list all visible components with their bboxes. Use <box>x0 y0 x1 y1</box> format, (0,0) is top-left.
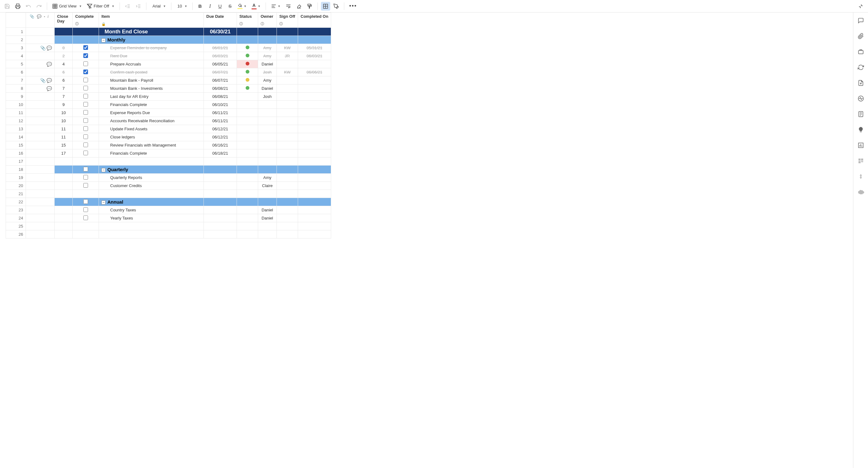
completed-cell[interactable] <box>298 214 331 222</box>
item-cell[interactable]: Last day for AR Entry <box>99 93 204 101</box>
connectors-button[interactable] <box>857 157 865 165</box>
attachment-icon[interactable]: 📎 <box>40 78 45 83</box>
item-cell[interactable]: Mountain Bank - Payroll <box>99 76 204 85</box>
signoff-cell[interactable]: KW <box>277 44 298 52</box>
owner-cell[interactable] <box>258 141 277 149</box>
close-day-cell[interactable] <box>55 182 73 190</box>
close-day-cell[interactable]: 17 <box>55 149 73 158</box>
signoff-cell[interactable] <box>277 141 298 149</box>
close-day-cell[interactable]: 7 <box>55 93 73 101</box>
save-button[interactable] <box>2 2 12 10</box>
complete-checkbox[interactable] <box>83 102 88 107</box>
completed-cell[interactable] <box>298 93 331 101</box>
owner-cell[interactable]: Daniel <box>258 60 277 68</box>
header-completed-on[interactable]: Completed On <box>298 13 331 28</box>
due-cell[interactable] <box>204 182 237 190</box>
status-cell[interactable] <box>237 133 258 141</box>
status-cell[interactable] <box>237 141 258 149</box>
format-painter-button[interactable] <box>305 2 314 10</box>
status-cell[interactable] <box>237 52 258 60</box>
table-row[interactable]: 7📎💬6Mountain Bank - Payroll06/07/21Amy <box>6 76 331 85</box>
header-owner[interactable]: Ownerⓘ <box>258 13 277 28</box>
table-row[interactable]: 1411Close ledgers06/12/21 <box>6 133 331 141</box>
collapse-button[interactable] <box>856 2 866 10</box>
header-item[interactable]: Item🔒 <box>99 13 204 28</box>
indent-button[interactable] <box>133 2 143 10</box>
complete-checkbox[interactable] <box>83 207 88 212</box>
signoff-cell[interactable] <box>277 117 298 125</box>
status-cell[interactable] <box>237 206 258 214</box>
update-requests-button[interactable] <box>857 63 865 72</box>
table-row[interactable]: 5💬4Prepare Accruals06/05/21Daniel <box>6 60 331 68</box>
comment-icon[interactable]: 💬 <box>46 45 52 51</box>
close-day-cell[interactable] <box>55 174 73 182</box>
strike-button[interactable]: S <box>226 2 235 10</box>
complete-checkbox[interactable] <box>83 45 88 50</box>
item-cell[interactable]: Financials Complete <box>99 149 204 158</box>
table-row[interactable]: 19Quarterly ReportsAmy <box>6 174 331 182</box>
due-cell[interactable]: 06/12/21 <box>204 133 237 141</box>
status-cell[interactable] <box>237 93 258 101</box>
signoff-cell[interactable] <box>277 109 298 117</box>
complete-checkbox[interactable] <box>83 151 88 155</box>
signoff-cell[interactable]: JR <box>277 52 298 60</box>
complete-checkbox[interactable] <box>83 215 88 220</box>
conditional-format-button[interactable] <box>321 2 330 10</box>
close-day-cell[interactable]: 6 <box>55 68 73 76</box>
owner-cell[interactable]: Amy <box>258 76 277 85</box>
item-cell[interactable]: Update Fixed Assets <box>99 125 204 133</box>
attachments-panel-button[interactable] <box>857 32 865 40</box>
tips-button[interactable] <box>857 125 865 134</box>
fill-color-button[interactable]: ▼ <box>236 2 248 10</box>
table-row[interactable]: 2−Monthly <box>6 36 331 44</box>
due-cell[interactable]: 06/07/21 <box>204 68 237 76</box>
table-row[interactable]: 17 <box>6 158 331 166</box>
due-cell[interactable] <box>204 174 237 182</box>
item-cell[interactable]: Accounts Receivable Reconciliation <box>99 117 204 125</box>
signoff-cell[interactable] <box>277 133 298 141</box>
due-cell[interactable]: 06/08/21 <box>204 85 237 93</box>
header-close-day[interactable]: Close Day <box>55 13 73 28</box>
signoff-cell[interactable] <box>277 93 298 101</box>
completed-cell[interactable] <box>298 117 331 125</box>
close-day-cell[interactable]: 4 <box>55 60 73 68</box>
signoff-cell[interactable] <box>277 85 298 93</box>
section-complete-checkbox[interactable] <box>83 199 88 204</box>
due-cell[interactable]: 06/18/21 <box>204 149 237 158</box>
item-cell[interactable]: Expense Reports Due <box>99 109 204 117</box>
item-cell[interactable]: Mountain Bank - Investments <box>99 85 204 93</box>
completed-cell[interactable] <box>298 60 331 68</box>
view-menu[interactable]: Grid View▼ <box>50 2 84 10</box>
proofs-panel-button[interactable] <box>857 47 865 56</box>
table-row[interactable]: 109Financials Complete06/10/21 <box>6 101 331 109</box>
print-button[interactable] <box>13 2 23 10</box>
chart-button[interactable] <box>857 141 865 150</box>
filter-menu[interactable]: Filter Off▼ <box>85 2 117 10</box>
complete-checkbox[interactable] <box>83 86 88 91</box>
owner-cell[interactable]: Josh <box>258 68 277 76</box>
due-cell[interactable]: 06/16/21 <box>204 141 237 149</box>
clear-format-button[interactable] <box>294 2 304 10</box>
comments-panel-button[interactable] <box>857 16 865 25</box>
table-row[interactable]: 1110Expense Reports Due06/11/21 <box>6 109 331 117</box>
due-cell[interactable]: 06/01/21 <box>204 44 237 52</box>
completed-cell[interactable] <box>298 141 331 149</box>
signoff-cell[interactable] <box>277 125 298 133</box>
signoff-cell[interactable] <box>277 182 298 190</box>
status-cell[interactable] <box>237 125 258 133</box>
close-day-cell[interactable] <box>55 206 73 214</box>
header-signoff[interactable]: Sign Offⓘ <box>277 13 298 28</box>
status-cell[interactable] <box>237 117 258 125</box>
signoff-cell[interactable] <box>277 76 298 85</box>
completed-cell[interactable]: 06/03/21 <box>298 52 331 60</box>
collapse-toggle[interactable]: − <box>101 200 105 204</box>
close-day-cell[interactable]: 10 <box>55 109 73 117</box>
signoff-cell[interactable] <box>277 101 298 109</box>
outdent-button[interactable] <box>123 2 132 10</box>
due-cell[interactable]: 06/03/21 <box>204 52 237 60</box>
owner-cell[interactable] <box>258 101 277 109</box>
item-cell[interactable]: Country Taxes <box>99 206 204 214</box>
item-cell[interactable]: Review Financials with Management <box>99 141 204 149</box>
highlight-button[interactable] <box>332 2 341 10</box>
due-cell[interactable]: 06/10/21 <box>204 101 237 109</box>
